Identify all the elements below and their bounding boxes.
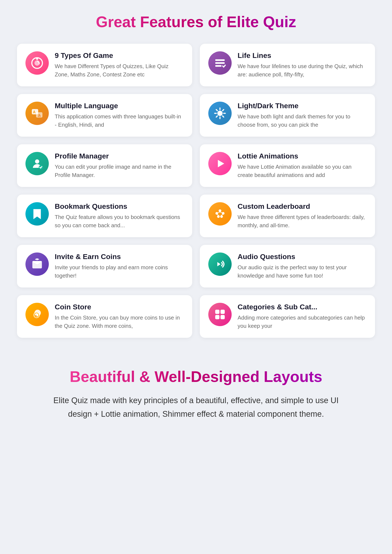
svg-point-2 [36, 58, 38, 60]
theme-desc: We have both light and dark themes for y… [238, 112, 367, 129]
svg-point-22 [219, 210, 221, 212]
svg-rect-3 [215, 59, 225, 61]
svg-line-30 [222, 215, 223, 215]
audio-title: Audio Questions [238, 252, 367, 261]
feature-card-categories: Categories & Sub Cat... Adding more cate… [200, 295, 375, 338]
svg-text:A: A [33, 110, 36, 114]
svg-line-29 [217, 215, 218, 215]
lottie-icon [208, 152, 232, 175]
audio-icon [208, 252, 232, 276]
bookmark-text: Bookmark Questions The Quiz feature allo… [55, 202, 184, 230]
svg-point-26 [220, 215, 223, 218]
leaderboard-icon [208, 202, 232, 225]
coin-icon: $ [25, 303, 49, 326]
lottie-desc: We have Lottie Animation available so yo… [238, 163, 367, 179]
svg-line-27 [218, 212, 220, 213]
svg-point-10 [217, 111, 223, 116]
svg-point-25 [217, 215, 220, 218]
lottie-title: Lottie Animations [238, 152, 367, 160]
bottom-section: Beautiful & Well-Designed Layouts Elite … [17, 355, 375, 429]
bottom-desc: Elite Quiz made with key principles of a… [48, 393, 344, 421]
lottie-text: Lottie Animations We have Lottie Animati… [238, 152, 367, 179]
categories-icon [208, 303, 232, 326]
theme-icon [208, 102, 232, 125]
features-grid: 9 Types Of Game We have Different Types … [17, 44, 375, 338]
categories-text: Categories & Sub Cat... Adding more cate… [238, 303, 367, 330]
life-lines-desc: We have four lifelines to use during the… [238, 62, 367, 79]
svg-marker-21 [218, 160, 224, 168]
bottom-title: Beautiful & Well-Designed Layouts [25, 367, 367, 386]
language-desc: This application comes with three langua… [55, 112, 184, 129]
profile-title: Profile Manager [55, 152, 184, 160]
svg-point-23 [216, 212, 218, 215]
feature-card-lottie: Lottie Animations We have Lottie Animati… [200, 144, 375, 187]
life-lines-icon [208, 51, 232, 75]
feature-card-invite: Invite & Earn Coins Invite your friends … [17, 245, 192, 288]
svg-line-28 [220, 212, 222, 213]
svg-rect-37 [215, 310, 220, 314]
language-title: Multiple Language [55, 102, 184, 110]
svg-text:あ: あ [38, 113, 41, 117]
svg-text:$: $ [35, 314, 37, 318]
feature-card-life-lines: Life Lines We have four lifelines to use… [200, 44, 375, 86]
svg-rect-5 [215, 65, 222, 67]
leaderboard-title: Custom Leaderboard [238, 202, 367, 210]
feature-card-language: A あ Multiple Language This application c… [17, 94, 192, 137]
svg-rect-4 [215, 62, 225, 64]
main-title: Great Features of Elite Quiz [17, 13, 375, 31]
svg-line-15 [216, 110, 217, 111]
coin-desc: In the Coin Store, you can buy more coin… [55, 314, 184, 330]
game-types-title: 9 Types Of Game [55, 51, 184, 60]
leaderboard-text: Custom Leaderboard We have three differe… [238, 202, 367, 230]
theme-text: Light/Dark Theme We have both light and … [238, 102, 367, 129]
game-types-text: 9 Types Of Game We have Different Types … [55, 51, 184, 79]
bookmark-icon [25, 202, 49, 225]
svg-point-24 [222, 212, 225, 215]
svg-point-19 [35, 159, 39, 164]
feature-card-bookmark: Bookmark Questions The Quiz feature allo… [17, 195, 192, 237]
life-lines-text: Life Lines We have four lifelines to use… [238, 51, 367, 79]
invite-text: Invite & Earn Coins Invite your friends … [55, 252, 184, 280]
coin-text: Coin Store In the Coin Store, you can bu… [55, 303, 184, 330]
life-lines-title: Life Lines [238, 51, 367, 60]
svg-line-18 [216, 116, 217, 117]
theme-title: Light/Dark Theme [238, 102, 367, 110]
categories-title: Categories & Sub Cat... [238, 303, 367, 311]
feature-card-audio: Audio Questions Our audio quiz is the pe… [200, 245, 375, 288]
feature-card-leaderboard: Custom Leaderboard We have three differe… [200, 195, 375, 237]
invite-title: Invite & Earn Coins [55, 252, 184, 261]
feature-card-profile: Profile Manager You can edit your profil… [17, 144, 192, 187]
invite-desc: Invite your friends to play and earn mor… [55, 263, 184, 280]
coin-title: Coin Store [55, 303, 184, 311]
language-text: Multiple Language This application comes… [55, 102, 184, 129]
svg-rect-39 [215, 315, 220, 319]
language-icon: A あ [25, 102, 49, 125]
feature-card-theme: Light/Dark Theme We have both light and … [200, 94, 375, 137]
leaderboard-desc: We have three different types of leaderb… [238, 213, 367, 230]
svg-rect-38 [221, 310, 225, 314]
profile-text: Profile Manager You can edit your profil… [55, 152, 184, 179]
bookmark-desc: The Quiz feature allows you to bookmark … [55, 213, 184, 230]
profile-icon [25, 152, 49, 175]
svg-line-17 [223, 110, 224, 111]
profile-desc: You can edit your profile image and name… [55, 163, 184, 179]
svg-point-31 [36, 259, 38, 260]
feature-card-game-types: 9 Types Of Game We have Different Types … [17, 44, 192, 86]
feature-card-coin: $ Coin Store In the Coin Store, you can … [17, 295, 192, 338]
svg-line-16 [223, 116, 224, 117]
svg-marker-32 [217, 262, 221, 266]
bookmark-title: Bookmark Questions [55, 202, 184, 210]
invite-icon [25, 252, 49, 276]
categories-desc: Adding more categories and subcategories… [238, 314, 367, 330]
game-types-icon [25, 51, 49, 75]
svg-rect-40 [221, 315, 225, 319]
audio-desc: Our audio quiz is the perfect way to tes… [238, 263, 367, 280]
game-types-desc: We have Different Types of Quizzes, Like… [55, 62, 184, 79]
audio-text: Audio Questions Our audio quiz is the pe… [238, 252, 367, 280]
